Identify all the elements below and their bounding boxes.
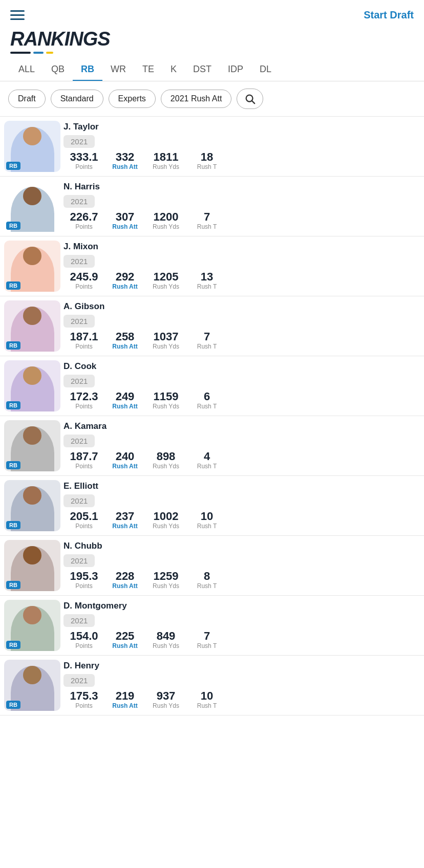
rush-td-value: 4 <box>189 450 224 463</box>
avatar: RB <box>4 241 60 292</box>
stat-rush-td: 18 Rush T <box>186 151 227 171</box>
player-row[interactable]: RB N. Chubb 2021 195.3 Points 228 Rush A… <box>0 536 424 596</box>
stat-points: 175.3 Points <box>63 690 104 710</box>
stat-points: 187.7 Points <box>63 450 104 470</box>
stats-row: 245.9 Points 292 Rush Att 1205 Rush Yds … <box>63 271 420 291</box>
app-header: Start Draft <box>0 0 424 26</box>
stats-row: 187.7 Points 240 Rush Att 898 Rush Yds 4… <box>63 450 420 470</box>
position-badge: RB <box>6 701 20 709</box>
rush-yds-value: 1037 <box>149 331 183 343</box>
player-row[interactable]: RB N. Harris 2021 226.7 Points 307 Rush … <box>0 177 424 236</box>
player-row[interactable]: RB D. Montgomery 2021 154.0 Points 225 R… <box>0 596 424 656</box>
rush-att-value: 258 <box>108 331 142 343</box>
player-info: D. Cook 2021 172.3 Points 249 Rush Att 1… <box>63 361 424 410</box>
rush-att-value: 225 <box>108 630 142 642</box>
rush-yds-label: Rush Yds <box>149 163 183 170</box>
draft-filter-button[interactable]: Draft <box>8 90 46 108</box>
tab-dl[interactable]: DL <box>251 59 280 81</box>
position-badge: RB <box>6 341 20 350</box>
rush-yds-value: 1002 <box>149 510 183 523</box>
player-info: A. Kamara 2021 187.7 Points 240 Rush Att… <box>63 421 424 470</box>
tab-qb[interactable]: QB <box>43 59 73 81</box>
player-name: D. Henry <box>63 661 420 671</box>
player-row[interactable]: RB J. Mixon 2021 245.9 Points 292 Rush A… <box>0 236 424 296</box>
stat-rush-att: 219 Rush Att <box>104 690 145 710</box>
points-label: Points <box>67 582 101 590</box>
stat-rush-att: 228 Rush Att <box>104 570 145 590</box>
points-value: 205.1 <box>67 510 101 523</box>
points-value: 226.7 <box>67 211 101 223</box>
stat-points: 154.0 Points <box>63 630 104 650</box>
rush-td-label: Rush T <box>189 403 224 410</box>
tab-all[interactable]: ALL <box>10 59 43 81</box>
stat-rush-yds: 937 Rush Yds <box>145 690 186 710</box>
rush-td-value: 10 <box>189 690 224 702</box>
rush-att-filter-button[interactable]: 2021 Rush Att <box>161 90 232 108</box>
player-row[interactable]: RB D. Cook 2021 172.3 Points 249 Rush At… <box>0 356 424 416</box>
player-name: N. Chubb <box>63 541 420 551</box>
rush-td-label: Rush T <box>189 523 224 530</box>
stat-rush-td: 10 Rush T <box>186 510 227 530</box>
tab-wr[interactable]: WR <box>102 59 134 81</box>
player-row[interactable]: RB J. Taylor 2021 333.1 Points 332 Rush … <box>0 117 424 177</box>
position-badge: RB <box>6 521 20 529</box>
rush-yds-label: Rush Yds <box>149 642 183 649</box>
title-decoration <box>10 52 414 54</box>
stat-rush-att: 307 Rush Att <box>104 211 145 231</box>
rush-td-value: 7 <box>189 211 224 223</box>
rush-att-label: Rush Att <box>108 163 142 170</box>
player-list: RB J. Taylor 2021 333.1 Points 332 Rush … <box>0 116 424 715</box>
tab-dst[interactable]: DST <box>185 59 220 81</box>
stat-rush-yds: 1200 Rush Yds <box>145 211 186 231</box>
stat-rush-td: 8 Rush T <box>186 570 227 590</box>
year-badge: 2021 <box>63 195 95 208</box>
position-badge: RB <box>6 581 20 589</box>
search-icon <box>244 93 256 104</box>
stats-row: 175.3 Points 219 Rush Att 937 Rush Yds 1… <box>63 690 420 710</box>
experts-filter-button[interactable]: Experts <box>109 90 156 108</box>
player-row[interactable]: RB E. Elliott 2021 205.1 Points 237 Rush… <box>0 476 424 536</box>
rush-att-value: 219 <box>108 690 142 702</box>
points-label: Points <box>67 343 101 350</box>
stat-rush-att: 292 Rush Att <box>104 271 145 291</box>
rush-att-value: 332 <box>108 151 142 163</box>
player-row[interactable]: RB A. Gibson 2021 187.1 Points 258 Rush … <box>0 296 424 356</box>
player-row[interactable]: RB D. Henry 2021 175.3 Points 219 Rush A… <box>0 656 424 715</box>
player-name: A. Kamara <box>63 421 420 431</box>
tab-rb[interactable]: RB <box>73 59 102 81</box>
stat-points: 187.1 Points <box>63 331 104 351</box>
standard-filter-button[interactable]: Standard <box>51 90 103 108</box>
player-info: A. Gibson 2021 187.1 Points 258 Rush Att… <box>63 301 424 351</box>
rush-yds-label: Rush Yds <box>149 403 183 410</box>
position-badge: RB <box>6 222 20 230</box>
stat-rush-td: 7 Rush T <box>186 331 227 351</box>
stat-rush-td: 10 Rush T <box>186 690 227 710</box>
stat-points: 205.1 Points <box>63 510 104 530</box>
rush-yds-value: 1205 <box>149 271 183 283</box>
stat-rush-td: 6 Rush T <box>186 390 227 410</box>
rush-yds-value: 1200 <box>149 211 183 223</box>
rush-td-value: 13 <box>189 271 224 283</box>
rush-att-label: Rush Att <box>108 702 142 709</box>
player-row[interactable]: RB A. Kamara 2021 187.7 Points 240 Rush … <box>0 416 424 476</box>
avatar: RB <box>4 181 60 232</box>
menu-button[interactable] <box>10 10 25 20</box>
rush-td-value: 7 <box>189 630 224 642</box>
points-label: Points <box>67 523 101 530</box>
tab-k[interactable]: K <box>162 59 185 81</box>
tab-te[interactable]: TE <box>134 59 162 81</box>
svg-line-1 <box>252 101 255 103</box>
stat-rush-yds: 1259 Rush Yds <box>145 570 186 590</box>
rush-td-label: Rush T <box>189 163 224 170</box>
stat-rush-td: 13 Rush T <box>186 271 227 291</box>
stat-rush-att: 237 Rush Att <box>104 510 145 530</box>
search-button[interactable] <box>237 89 263 109</box>
rush-att-label: Rush Att <box>108 403 142 410</box>
start-draft-button[interactable]: Start Draft <box>364 9 414 21</box>
player-name: N. Harris <box>63 182 420 192</box>
rush-yds-label: Rush Yds <box>149 343 183 350</box>
rush-td-label: Rush T <box>189 642 224 649</box>
stat-rush-td: 7 Rush T <box>186 211 227 231</box>
stat-rush-td: 7 Rush T <box>186 630 227 650</box>
tab-idp[interactable]: IDP <box>220 59 251 81</box>
